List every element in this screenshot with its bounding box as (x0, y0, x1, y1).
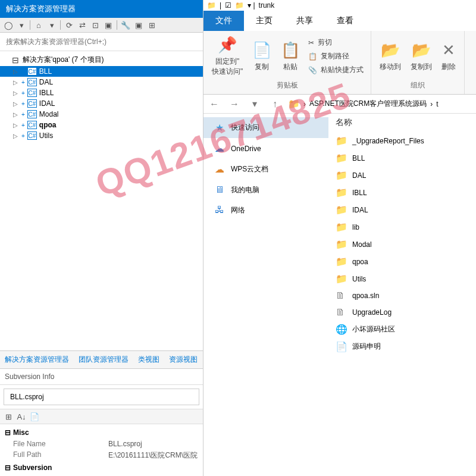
search-input[interactable] (4, 35, 199, 48)
solution-node[interactable]: ⊟ 解决方案'qpoa' (7 个项目) (0, 54, 203, 66)
project-node-BLL[interactable]: ▷ + C# BLL (0, 66, 203, 77)
file-row[interactable]: 🌐 小坏源码社区 (328, 321, 476, 338)
refresh-icon[interactable]: ⟳ (64, 20, 74, 30)
breadcrumb[interactable]: 📁 › ASP.NET医院CRM客户管理系统源码 › t (288, 98, 438, 109)
misc-header[interactable]: ⊟Misc (5, 427, 198, 439)
sidebar-label: 我的电脑 (231, 185, 259, 195)
file-name: IDAL (352, 206, 368, 214)
sync-icon[interactable]: ⇄ (77, 20, 87, 30)
tab-view[interactable]: 查看 (325, 11, 365, 31)
sidebar-item[interactable]: 🖥 我的电脑 (203, 180, 328, 200)
file-row[interactable]: 📁 Modal (328, 236, 476, 253)
sidebar-item[interactable]: 🖧 网络 (203, 200, 328, 220)
copy-path-button[interactable]: 📋复制路径 (306, 50, 366, 62)
subversion-info: Subversion Info BLL.csproj ⊞ A↓ 📄 ⊟Misc … (0, 368, 203, 476)
file-name: DAL (352, 171, 366, 180)
forward-icon[interactable]: ▾ (17, 20, 26, 30)
project-node-IDAL[interactable]: ▷ + C# IDAL (0, 98, 203, 109)
project-node-qpoa[interactable]: ▷ + C# qpoa (0, 120, 203, 130)
check-icon[interactable]: ☑ (225, 1, 231, 10)
delete-button[interactable]: ✕删除 (438, 39, 459, 74)
project-node-Modal[interactable]: ▷ + C# Modal (0, 109, 203, 120)
cut-button[interactable]: ✂剪切 (306, 36, 366, 49)
properties-icon[interactable]: 🔧 (121, 20, 130, 30)
preview-icon[interactable]: ▣ (134, 20, 143, 30)
sidebar-icon: ☁ (214, 164, 225, 175)
copy-icon: 📄 (252, 41, 271, 60)
nav-back[interactable]: ← (207, 99, 221, 109)
nav-up[interactable]: ↑ (268, 99, 282, 109)
tab-file[interactable]: 文件 (203, 11, 244, 31)
project-node-IBLL[interactable]: ▷ + C# IBLL (0, 87, 203, 98)
collapse-icon[interactable]: ⊡ (90, 20, 100, 30)
copy-button[interactable]: 📄复制 (249, 39, 275, 74)
vs-tab[interactable]: 团队资源管理器 (74, 351, 133, 368)
dropdown-icon[interactable]: ▾ (47, 20, 57, 30)
expand-icon[interactable]: ▷ (13, 122, 19, 129)
vs-tab[interactable]: 解决方案资源管理器 (0, 351, 74, 368)
sidebar-label: WPS云文档 (231, 164, 268, 174)
plus-icon: + (21, 133, 25, 139)
props-icon[interactable]: 📄 (30, 412, 39, 421)
column-header-name[interactable]: 名称 (328, 114, 476, 132)
pin-button[interactable]: 📌固定到" 快速访问" (208, 33, 246, 79)
project-label: IBLL (39, 89, 54, 97)
sidebar-item[interactable]: ★ 快速访问 (203, 117, 328, 138)
home-icon[interactable]: ⌂ (34, 20, 43, 30)
vs-tab[interactable]: 类视图 (133, 351, 164, 368)
file-row[interactable]: 📁 Utils (328, 270, 476, 287)
move-to-button[interactable]: 📂移动到 (376, 39, 405, 74)
more-icon[interactable]: ⊞ (147, 20, 156, 30)
expand-icon[interactable]: ▷ (13, 101, 19, 107)
breadcrumb-segment[interactable]: ASP.NET医院CRM客户管理系统源码 (309, 99, 427, 109)
expand-icon[interactable]: ▷ (13, 90, 19, 96)
tab-share[interactable]: 共享 (284, 11, 325, 31)
project-label: Utils (39, 131, 53, 140)
organize-group: 📂移动到 📂复制到 ✕删除 组织 (371, 31, 465, 94)
file-row[interactable]: 📁 BLL (328, 149, 476, 167)
expand-icon[interactable]: ▷ (13, 79, 19, 86)
explorer-titlebar: 📁 | ☑ 📁 ▾ | trunk (203, 0, 476, 11)
project-label: Modal (39, 110, 59, 118)
clipboard-group: 📌固定到" 快速访问" 📄复制 📋粘贴 ✂剪切 📋复制路径 📎粘贴快捷方式 剪贴… (203, 31, 371, 94)
file-name: Modal (352, 240, 372, 249)
plus-icon: + (21, 90, 25, 96)
sidebar-item[interactable]: ☁ OneDrive (203, 138, 328, 159)
tab-home[interactable]: 主页 (244, 11, 284, 31)
file-row[interactable]: 📁 lib (328, 218, 476, 236)
project-node-DAL[interactable]: ▷ + C# DAL (0, 77, 203, 87)
project-node-Utils[interactable]: ▷ + C# Utils (0, 130, 203, 141)
expand-icon[interactable]: ▷ (13, 111, 19, 118)
expand-icon[interactable]: ▷ (13, 133, 19, 139)
file-row[interactable]: 🗎 UpgradeLog (328, 304, 476, 321)
separator (60, 20, 61, 30)
expand-icon[interactable]: ▷ (13, 68, 19, 75)
show-all-icon[interactable]: ▣ (104, 20, 113, 30)
copy-to-button[interactable]: 📂复制到 (407, 39, 436, 74)
file-row[interactable]: 📁 DAL (328, 167, 476, 184)
categorize-icon[interactable]: ⊞ (4, 412, 13, 421)
nav-forward[interactable]: → (227, 99, 242, 109)
file-row[interactable]: 📁 _UpgradeReport_Files (328, 132, 476, 149)
subversion-header[interactable]: ⊟Subversion (5, 462, 198, 474)
file-row[interactable]: 📁 qpoa (328, 253, 476, 270)
file-row[interactable]: 📄 源码申明 (328, 338, 476, 355)
sidebar-label: 快速访问 (231, 123, 259, 133)
sidebar-icon: 🖧 (214, 205, 225, 215)
file-name: qpoa.sln (352, 292, 379, 300)
paste-button[interactable]: 📋粘贴 (277, 39, 303, 74)
paste-shortcut-button[interactable]: 📎粘贴快捷方式 (306, 64, 366, 76)
vs-tab[interactable]: 资源视图 (164, 351, 202, 368)
breadcrumb-segment[interactable]: t (436, 100, 438, 108)
project-label: IDAL (39, 99, 55, 108)
file-row[interactable]: 🗎 qpoa.sln (328, 287, 476, 304)
nav-history[interactable]: ▾ (248, 98, 262, 109)
file-row[interactable]: 📁 IDAL (328, 201, 476, 218)
file-row[interactable]: 📁 IBLL (328, 184, 476, 201)
sidebar-item[interactable]: ☁ WPS云文档 (203, 159, 328, 180)
titlebar-dropdown[interactable]: ▾ | (248, 1, 255, 10)
csharp-project-icon: C# (27, 110, 37, 118)
sort-icon[interactable]: A↓ (17, 412, 26, 421)
back-icon[interactable]: ◯ (4, 20, 13, 30)
plus-icon: + (21, 68, 25, 75)
